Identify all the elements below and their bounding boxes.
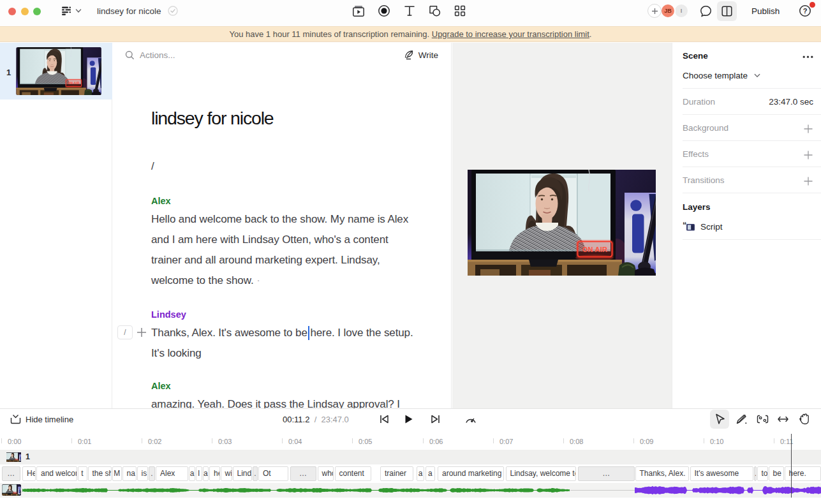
svg-text:?: ? <box>803 7 808 15</box>
svg-text:“: “ <box>683 221 687 230</box>
